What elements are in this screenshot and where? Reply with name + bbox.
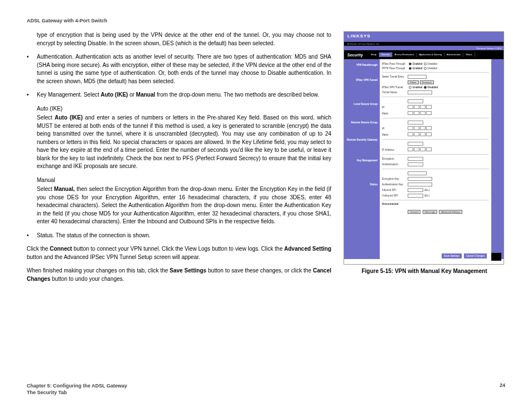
tunnel-name-input[interactable] xyxy=(408,90,432,94)
autoike-body: Select Auto (IKE) and enter a series of … xyxy=(37,114,331,171)
tab-bar: Security Setup Security Access Restricti… xyxy=(344,50,504,59)
tunnel-select[interactable] xyxy=(408,75,427,79)
advanced-button[interactable]: Advanced Settings xyxy=(439,210,462,214)
delete-button[interactable]: Delete xyxy=(408,80,419,84)
screenshot-figure: LINKSYS A Division of Cisco Systems, Inc… xyxy=(344,31,504,265)
summary-button[interactable]: Summary xyxy=(420,80,434,84)
tab-setup[interactable]: Setup xyxy=(369,52,379,57)
brand-logo: LINKSYS xyxy=(344,32,504,42)
bullet-auth: • Authentication. Authentication acts as… xyxy=(27,53,331,85)
side-labels: VPN Passthrough IPSec VPN Tunnel Local S… xyxy=(344,59,380,259)
tab-admin[interactable]: Administration xyxy=(444,52,463,57)
intro-para: type of encryption that is being used by… xyxy=(37,31,331,47)
cancel-changes-button[interactable]: Cancel Changes xyxy=(464,253,487,258)
tab-apps[interactable]: Applications & Gaming xyxy=(417,52,444,57)
keymgmt-select[interactable] xyxy=(408,171,427,175)
auth-select[interactable] xyxy=(408,162,423,166)
bullet-status: • Status. The status of the connection i… xyxy=(27,232,331,240)
cisco-logo xyxy=(491,253,501,261)
bullet-keymgmt: • Key Management. Select Auto (IKE) or M… xyxy=(27,91,331,99)
page-footer: Chapter 5: Configuring the ADSL Gateway … xyxy=(27,382,505,396)
doc-header: ADSL Gateway with 4-Port Switch xyxy=(27,18,505,23)
save-settings-button[interactable]: Save Settings xyxy=(442,253,462,258)
manual-title: Manual xyxy=(37,176,331,185)
body-text: type of encryption that is being used by… xyxy=(27,31,331,289)
connect-para: Click the Connect button to connect your… xyxy=(27,245,331,261)
tab-security[interactable]: Security xyxy=(379,52,392,57)
figure-caption: Figure 5-15: VPN with Manual Key Managem… xyxy=(344,268,505,274)
manual-body: Select Manual, then select the Encryptio… xyxy=(37,185,331,226)
tab-status[interactable]: Status xyxy=(463,52,475,57)
autoike-title: Auto (IKE) xyxy=(37,105,331,113)
page-number: 24 xyxy=(500,382,505,396)
enc-select[interactable] xyxy=(408,157,423,161)
tab-access[interactable]: Access Restrictions xyxy=(393,52,417,57)
connect-button[interactable]: Connect xyxy=(408,210,420,214)
viewlogs-button[interactable]: View Logs xyxy=(423,210,437,214)
form-area: IPSec Pass-Through:EnabledDisabled PPTP … xyxy=(380,59,491,259)
save-para: When finished making your changes on thi… xyxy=(27,267,331,283)
